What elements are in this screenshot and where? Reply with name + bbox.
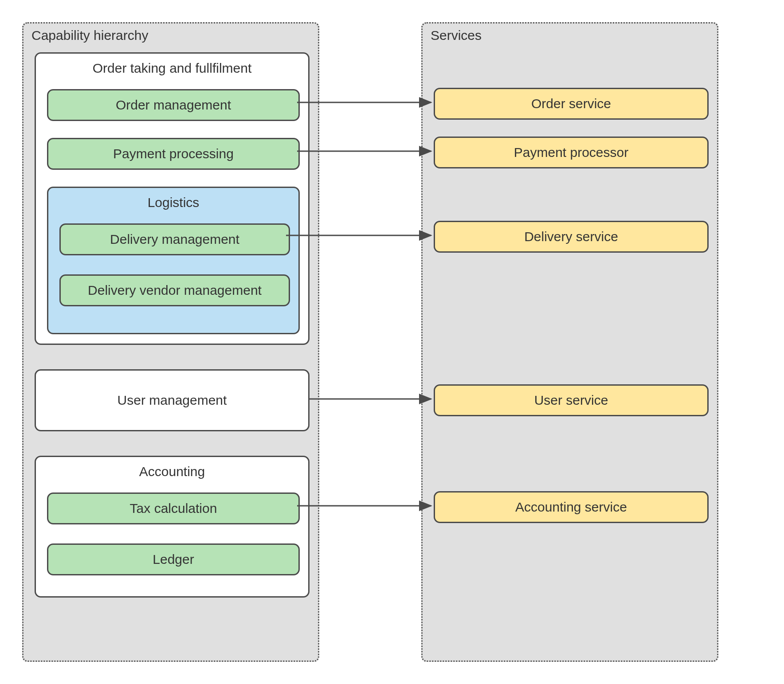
order-service-box: Order service [434, 88, 709, 120]
logistics-group: Logistics Delivery management Delivery v… [47, 187, 300, 334]
accounting-service-box: Accounting service [434, 491, 709, 523]
accounting-service-label: Accounting service [515, 500, 627, 515]
ledger-label: Ledger [153, 552, 194, 567]
capabilities-panel: Capability hierarchy Order taking and fu… [22, 22, 319, 662]
delivery-vendor-management-box: Delivery vendor management [59, 274, 290, 306]
order-management-box: Order management [47, 89, 300, 121]
accounting-title: Accounting [36, 457, 308, 484]
tax-calculation-box: Tax calculation [47, 492, 300, 524]
delivery-management-label: Delivery management [110, 232, 239, 247]
accounting-group: Accounting Tax calculation Ledger [35, 456, 310, 598]
payment-processor-label: Payment processor [514, 145, 628, 160]
order-management-label: Order management [116, 98, 231, 113]
diagram-root: Capability hierarchy Order taking and fu… [22, 22, 762, 662]
tax-calculation-label: Tax calculation [130, 501, 217, 516]
services-panel-title: Services [431, 28, 482, 43]
user-service-box: User service [434, 384, 709, 416]
user-management-group: User management [35, 369, 310, 431]
services-panel: Services Order service Payment processor… [421, 22, 718, 662]
payment-processor-box: Payment processor [434, 137, 709, 168]
logistics-title: Logistics [48, 188, 298, 215]
payment-processing-box: Payment processing [47, 138, 300, 170]
delivery-management-box: Delivery management [59, 223, 290, 255]
delivery-vendor-management-label: Delivery vendor management [88, 283, 262, 298]
delivery-service-box: Delivery service [434, 221, 709, 253]
order-service-label: Order service [531, 96, 611, 111]
capabilities-panel-title: Capability hierarchy [31, 28, 148, 43]
user-management-title: User management [118, 393, 227, 408]
delivery-service-label: Delivery service [524, 229, 618, 244]
payment-processing-label: Payment processing [113, 146, 234, 161]
ledger-box: Ledger [47, 543, 300, 575]
order-fulfilment-title: Order taking and fullfilment [36, 54, 308, 80]
order-fulfilment-group: Order taking and fullfilment Order manag… [35, 52, 310, 345]
user-service-label: User service [534, 393, 608, 408]
